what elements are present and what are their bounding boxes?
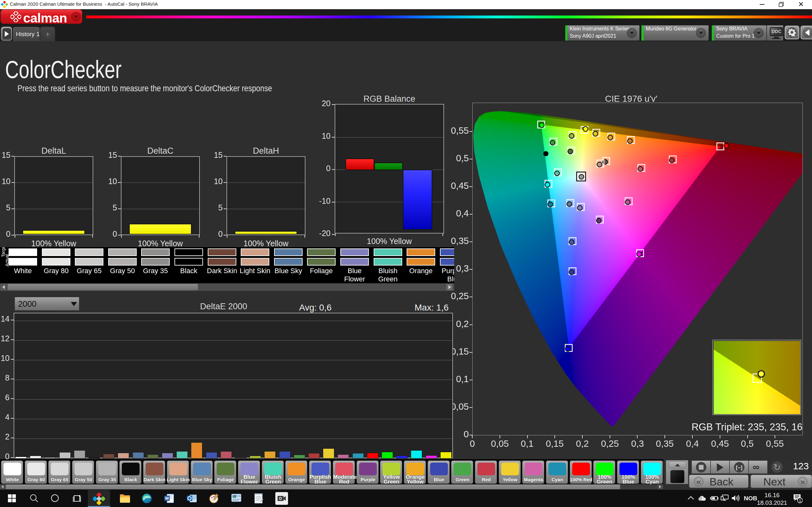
svg-text:1: 1: [799, 498, 801, 503]
svg-text:W: W: [165, 496, 169, 501]
